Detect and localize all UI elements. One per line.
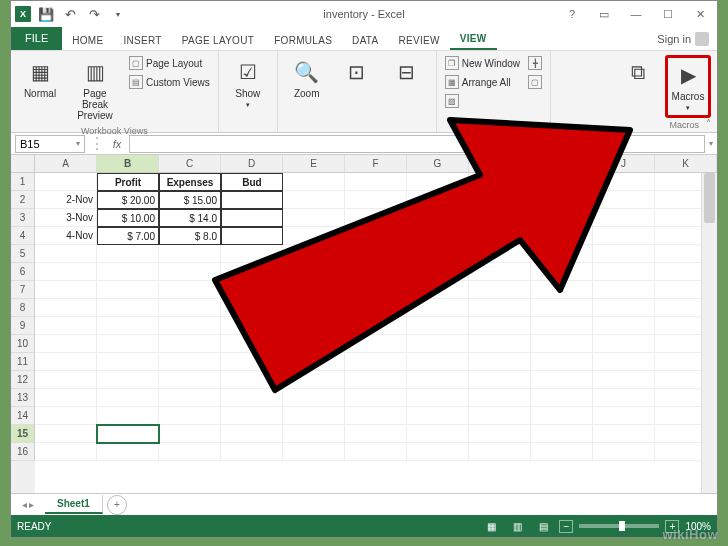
col-header[interactable]: H bbox=[469, 155, 531, 173]
cell[interactable] bbox=[221, 443, 283, 461]
tab-page-layout[interactable]: PAGE LAYOUT bbox=[172, 31, 264, 50]
layout-mode-icon[interactable]: ▥ bbox=[507, 518, 527, 534]
cell[interactable]: $ 10.00 bbox=[97, 209, 159, 227]
zoom-selection-button[interactable]: ⊟ bbox=[384, 55, 430, 89]
cell[interactable] bbox=[35, 317, 97, 335]
cell[interactable] bbox=[531, 245, 593, 263]
col-header[interactable]: F bbox=[345, 155, 407, 173]
cell[interactable] bbox=[593, 245, 655, 263]
cell[interactable] bbox=[283, 245, 345, 263]
col-header[interactable]: E bbox=[283, 155, 345, 173]
cell[interactable] bbox=[531, 425, 593, 443]
cell[interactable] bbox=[345, 281, 407, 299]
cell[interactable] bbox=[97, 263, 159, 281]
cell[interactable]: Expenses bbox=[159, 173, 221, 191]
signin-link[interactable]: Sign in bbox=[649, 28, 717, 50]
qat-customize-icon[interactable]: ▾ bbox=[109, 5, 127, 23]
cell[interactable] bbox=[593, 299, 655, 317]
row-header[interactable]: 14 bbox=[11, 407, 35, 425]
row-header[interactable]: 6 bbox=[11, 263, 35, 281]
cell[interactable] bbox=[35, 173, 97, 191]
cell[interactable] bbox=[345, 425, 407, 443]
cell[interactable] bbox=[283, 425, 345, 443]
row-header[interactable]: 13 bbox=[11, 389, 35, 407]
cell[interactable] bbox=[469, 191, 531, 209]
cell[interactable] bbox=[407, 263, 469, 281]
sheet-tab[interactable]: Sheet1 bbox=[45, 495, 103, 514]
cell[interactable] bbox=[221, 317, 283, 335]
cell[interactable] bbox=[593, 407, 655, 425]
cell[interactable] bbox=[531, 227, 593, 245]
col-header[interactable]: D bbox=[221, 155, 283, 173]
col-header[interactable]: C bbox=[159, 155, 221, 173]
new-window-button[interactable]: ❐New Window bbox=[443, 55, 522, 71]
fx-icon[interactable]: fx bbox=[109, 138, 125, 150]
cell[interactable] bbox=[35, 299, 97, 317]
cell[interactable] bbox=[35, 371, 97, 389]
cell[interactable] bbox=[97, 389, 159, 407]
cell[interactable] bbox=[159, 263, 221, 281]
cell[interactable] bbox=[35, 245, 97, 263]
cell[interactable] bbox=[469, 281, 531, 299]
cell[interactable] bbox=[35, 353, 97, 371]
cell[interactable] bbox=[283, 443, 345, 461]
cell[interactable] bbox=[345, 353, 407, 371]
row-header[interactable]: 11 bbox=[11, 353, 35, 371]
cell[interactable] bbox=[345, 299, 407, 317]
cell[interactable] bbox=[345, 335, 407, 353]
cell[interactable] bbox=[593, 173, 655, 191]
cell[interactable] bbox=[283, 389, 345, 407]
cell[interactable] bbox=[407, 191, 469, 209]
cell[interactable] bbox=[593, 227, 655, 245]
cell[interactable]: $ 14.00 bbox=[345, 227, 407, 245]
collapse-ribbon-icon[interactable]: ˄ bbox=[706, 118, 711, 129]
cell[interactable] bbox=[221, 191, 283, 209]
row-header[interactable]: 16 bbox=[11, 443, 35, 461]
cell[interactable]: 3-Nov bbox=[35, 209, 97, 227]
ribbon-options-icon[interactable]: ▭ bbox=[589, 4, 619, 24]
cell[interactable] bbox=[531, 209, 593, 227]
cell[interactable]: $ 14.0 bbox=[159, 209, 221, 227]
cell[interactable]: 2-Nov bbox=[35, 191, 97, 209]
cell[interactable] bbox=[345, 389, 407, 407]
row-header[interactable]: 4 bbox=[11, 227, 35, 245]
pagebreak-mode-icon[interactable]: ▤ bbox=[533, 518, 553, 534]
cell[interactable] bbox=[593, 263, 655, 281]
cell[interactable] bbox=[593, 209, 655, 227]
cell[interactable] bbox=[407, 209, 469, 227]
close-button[interactable]: ✕ bbox=[685, 4, 715, 24]
cell[interactable] bbox=[283, 371, 345, 389]
select-all-corner[interactable] bbox=[11, 155, 35, 173]
page-break-preview-button[interactable]: ▥ Page Break Preview bbox=[67, 55, 123, 124]
cell[interactable] bbox=[469, 407, 531, 425]
cell[interactable] bbox=[593, 317, 655, 335]
tab-file[interactable]: FILE bbox=[11, 26, 62, 50]
cell[interactable] bbox=[593, 191, 655, 209]
cell[interactable] bbox=[35, 263, 97, 281]
row-header[interactable]: 5 bbox=[11, 245, 35, 263]
zoom-out-button[interactable]: − bbox=[559, 520, 573, 533]
cell[interactable] bbox=[593, 335, 655, 353]
help-icon[interactable]: ? bbox=[557, 4, 587, 24]
cell[interactable] bbox=[159, 299, 221, 317]
cell[interactable] bbox=[593, 371, 655, 389]
cell[interactable]: $ 20.00 bbox=[97, 191, 159, 209]
switch-windows-button[interactable]: ⧉ bbox=[615, 55, 661, 89]
cell[interactable] bbox=[345, 191, 407, 209]
row-header[interactable]: 15 bbox=[11, 425, 35, 443]
col-header[interactable]: I bbox=[531, 155, 593, 173]
cell[interactable] bbox=[159, 407, 221, 425]
formula-input[interactable] bbox=[129, 135, 705, 153]
arrange-all-button[interactable]: ▦Arrange All bbox=[443, 74, 522, 90]
cell[interactable] bbox=[283, 299, 345, 317]
macros-button[interactable]: ▶ Macros▾ bbox=[665, 55, 711, 118]
cell[interactable] bbox=[221, 407, 283, 425]
cell[interactable] bbox=[159, 317, 221, 335]
redo-icon[interactable]: ↷ bbox=[85, 5, 103, 23]
tab-view[interactable]: VIEW bbox=[450, 29, 497, 50]
cell[interactable] bbox=[469, 209, 531, 227]
normal-view-button[interactable]: ▦ Normal bbox=[17, 55, 63, 102]
maximize-button[interactable]: ☐ bbox=[653, 4, 683, 24]
cell[interactable]: Profit bbox=[97, 173, 159, 191]
cell[interactable] bbox=[159, 443, 221, 461]
